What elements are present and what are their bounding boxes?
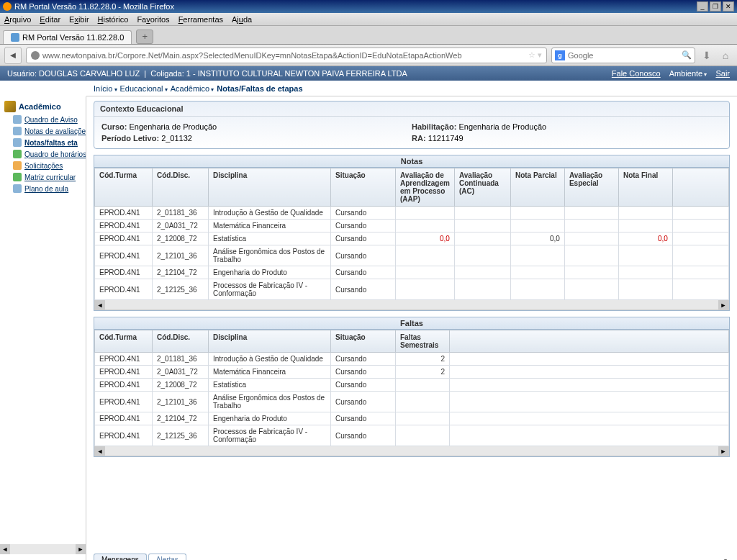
cell-situacao: Cursando [331, 266, 396, 279]
download-icon[interactable]: ⬇ [700, 48, 714, 63]
table-row: EPROD.4N12_01181_36Introdução à Gestão d… [95, 207, 729, 220]
notas-table-wrap: Notas Cód.Turma Cód.Disc. Disciplina Sit… [94, 155, 730, 311]
th-sem: Faltas Semestrais [396, 330, 450, 353]
cell-especial [564, 279, 618, 300]
breadcrumb: Início Educacional Acadêmico Notas/Falta… [86, 81, 737, 96]
scroll-right-icon[interactable]: ► [718, 446, 728, 456]
cell-aap [396, 220, 455, 232]
sidebar-item-quadro-horarios[interactable]: Quadro de horários [0, 148, 86, 160]
th-final: Nota Final [618, 168, 672, 207]
cell-situacao: Cursando [331, 232, 396, 245]
fale-conosco-link[interactable]: Fale Conosco [612, 69, 661, 78]
cell-turma: EPROD.4N1 [95, 425, 153, 446]
crumb-academico[interactable]: Acadêmico [171, 84, 214, 93]
notas-scrollbar[interactable]: ◄► [94, 300, 729, 310]
th-disc: Cód.Disc. [153, 330, 209, 353]
crumb-inicio[interactable]: Início [94, 84, 117, 93]
faltas-table: Cód.Turma Cód.Disc. Disciplina Situação … [94, 330, 729, 446]
cell-sem [396, 412, 450, 425]
cell-turma: EPROD.4N1 [95, 392, 153, 412]
cell-disc: 2_12125_36 [153, 425, 209, 446]
menu-historico[interactable]: Histórico [98, 15, 129, 24]
cell-disc: 2_0A031_72 [153, 366, 209, 379]
cell-situacao: Cursando [331, 425, 396, 446]
cell-disciplina: Estatística [209, 232, 331, 245]
scroll-right-icon[interactable]: ► [718, 300, 728, 310]
close-button[interactable]: ✕ [723, 1, 734, 12]
cell-situacao: Cursando [331, 366, 396, 379]
sidebar-item-plano-aula[interactable]: Plano de aula [0, 183, 86, 194]
sidebar-item-matriz[interactable]: Matriz curricular [0, 171, 86, 183]
cell-turma: EPROD.4N1 [95, 366, 153, 379]
hab-label: Habilitação: [412, 122, 456, 131]
cell-disciplina: Análise Ergonômica dos Postos de Trabalh… [209, 392, 331, 412]
menu-ferramentas[interactable]: Ferramentas [178, 15, 223, 24]
crumb-current: Notas/Faltas de etapas [217, 84, 302, 93]
new-tab-button[interactable]: + [136, 30, 153, 44]
search-icon[interactable]: 🔍 [682, 50, 692, 60]
cell-situacao: Cursando [331, 379, 396, 392]
cell-ac [454, 207, 510, 220]
clock-icon [13, 150, 22, 158]
bookmark-star-icon[interactable]: ☆ ▾ [528, 50, 542, 60]
cell-final [618, 207, 672, 220]
tab-mensagens[interactable]: Mensagens [94, 554, 147, 560]
cell-aap [396, 266, 455, 279]
cell-especial [564, 232, 618, 245]
table-row: EPROD.4N12_12125_36Processos de Fabricaç… [95, 425, 729, 446]
sidebar-scrollbar[interactable]: ◄ ► [0, 544, 86, 554]
scroll-left-icon[interactable]: ◄ [0, 544, 10, 554]
cell-parcial: 0,0 [510, 232, 564, 245]
restore-button[interactable]: ❐ [710, 1, 721, 12]
menu-arquivo[interactable]: AArquivorquivo [4, 15, 31, 24]
menu-favoritos[interactable]: Favoritos [137, 15, 169, 24]
cell-situacao: Cursando [331, 279, 396, 300]
context-panel: Contexto Educacional Curso: Engenharia d… [94, 101, 730, 149]
faltas-scrollbar[interactable]: ◄► [94, 446, 729, 456]
th-disciplina: Disciplina [209, 330, 331, 353]
scroll-left-icon[interactable]: ◄ [95, 300, 105, 310]
cell-disciplina: Engenharia do Produto [209, 266, 331, 279]
ambiente-dropdown[interactable]: Ambiente [669, 69, 707, 78]
menu-exibir[interactable]: Exibir [69, 15, 89, 24]
cell-final [618, 245, 672, 266]
back-button[interactable]: ◄ [4, 47, 22, 64]
sidebar-academico-header[interactable]: Acadêmico [0, 99, 86, 114]
table-row: EPROD.4N12_12104_72Engenharia do Produto… [95, 412, 729, 425]
content-area: Contexto Educacional Curso: Engenharia d… [86, 96, 737, 560]
cell-disc: 2_12101_36 [153, 392, 209, 412]
sidebar-item-solicitacoes[interactable]: Solicitações [0, 160, 86, 171]
bottom-tabs: Mensagens Alertas ▾ [94, 554, 730, 560]
cell-turma: EPROD.4N1 [95, 232, 153, 245]
search-box[interactable]: g 🔍 [551, 48, 695, 63]
url-bar[interactable]: www.newtonpaiva.br/Corpore.Net/Main.aspx… [26, 48, 547, 63]
menu-ajuda[interactable]: Ajuda [232, 15, 252, 24]
search-input[interactable] [568, 51, 679, 60]
tab-alertas[interactable]: Alertas [148, 554, 186, 560]
google-icon: g [555, 50, 565, 60]
scroll-left-icon[interactable]: ◄ [95, 446, 105, 456]
home-icon[interactable]: ⌂ [718, 48, 733, 63]
collapse-icon[interactable]: ▾ [721, 556, 730, 560]
doc-icon [13, 138, 22, 147]
sidebar-item-notas-avaliacoes[interactable]: Notas de avaliaçõe [0, 125, 86, 137]
cell-situacao: Cursando [331, 353, 396, 366]
cell-ac [454, 245, 510, 266]
menu-editar[interactable]: Editar [40, 15, 60, 24]
crumb-educacional[interactable]: Educacional [120, 84, 168, 93]
browser-tab[interactable]: RM Portal Versão 11.82.28.0 [3, 30, 132, 44]
minimize-button[interactable]: _ [697, 1, 708, 12]
cell-aap [396, 245, 455, 266]
sidebar-item-quadro-aviso[interactable]: Quadro de Aviso [0, 114, 86, 125]
cell-parcial [510, 266, 564, 279]
cell-situacao: Cursando [331, 207, 396, 220]
th-aap: Avaliação de Aprendizagem em Processo (A… [396, 168, 455, 207]
curso-label: Curso: [101, 122, 127, 131]
sidebar-item-notas-faltas[interactable]: Notas/faltas eta [0, 137, 86, 148]
th-disc: Cód.Disc. [153, 168, 209, 207]
cell-parcial [510, 279, 564, 300]
scroll-right-icon[interactable]: ► [76, 544, 86, 554]
sair-link[interactable]: Sair [715, 69, 730, 78]
cell-disciplina: Análise Ergonômica dos Postos de Trabalh… [209, 245, 331, 266]
cell-turma: EPROD.4N1 [95, 245, 153, 266]
